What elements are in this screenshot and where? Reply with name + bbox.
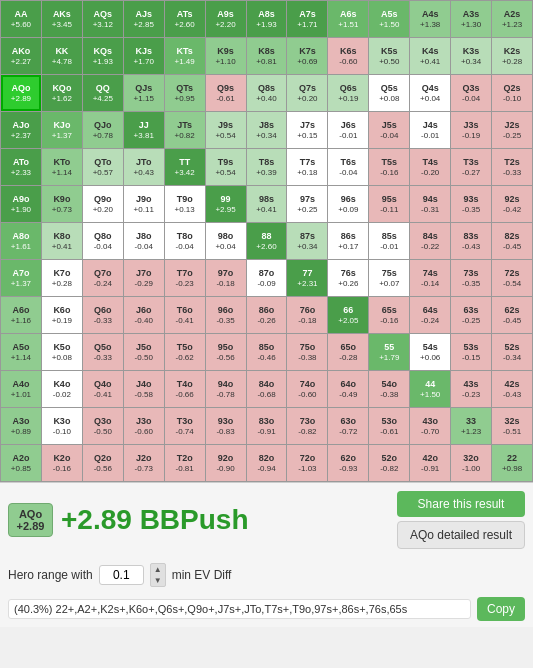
cell-k2s[interactable]: K2s+0.28 [492, 38, 532, 74]
cell-q7s[interactable]: Q7s+0.20 [287, 75, 327, 111]
cell-j2s[interactable]: J2s-0.25 [492, 112, 532, 148]
cell-94o[interactable]: 94o-0.78 [206, 371, 246, 407]
cell-j9o[interactable]: J9o+0.11 [124, 186, 164, 222]
cell-j8s[interactable]: J8s+0.34 [247, 112, 287, 148]
cell-53s[interactable]: 53s-0.15 [451, 334, 491, 370]
cell-73o[interactable]: 73o-0.82 [287, 408, 327, 444]
cell-a7s[interactable]: A7s+1.71 [287, 1, 327, 37]
cell-t3s[interactable]: T3s-0.27 [451, 149, 491, 185]
cell-t5s[interactable]: T5s-0.16 [369, 149, 409, 185]
cell-95s[interactable]: 95s-0.11 [369, 186, 409, 222]
cell-a6o[interactable]: A6o+1.16 [1, 297, 41, 333]
cell-k6o[interactable]: K6o+0.19 [42, 297, 82, 333]
cell-76o[interactable]: 76o-0.18 [287, 297, 327, 333]
cell-75o[interactable]: 75o-0.38 [287, 334, 327, 370]
cell-a9o[interactable]: A9o+1.90 [1, 186, 41, 222]
cell-jto[interactable]: JTo+0.43 [124, 149, 164, 185]
cell-t4s[interactable]: T4s-0.20 [410, 149, 450, 185]
cell-j8o[interactable]: J8o-0.04 [124, 223, 164, 259]
cell-86s[interactable]: 86s+0.17 [328, 223, 368, 259]
cell-kqo[interactable]: KQo+1.62 [42, 75, 82, 111]
cell-84s[interactable]: 84s-0.22 [410, 223, 450, 259]
cell-k4o[interactable]: K4o-0.02 [42, 371, 82, 407]
cell-t6s[interactable]: T6s-0.04 [328, 149, 368, 185]
cell-qto[interactable]: QTo+0.57 [83, 149, 123, 185]
cell-q3o[interactable]: Q3o-0.50 [83, 408, 123, 444]
cell-j4s[interactable]: J4s-0.01 [410, 112, 450, 148]
cell-k8s[interactable]: K8s+0.81 [247, 38, 287, 74]
cell-j5o[interactable]: J5o-0.50 [124, 334, 164, 370]
cell-j7s[interactable]: J7s+0.15 [287, 112, 327, 148]
cell-t9s[interactable]: T9s+0.54 [206, 149, 246, 185]
cell-43o[interactable]: 43o-0.70 [410, 408, 450, 444]
cell-qq[interactable]: QQ+4.25 [83, 75, 123, 111]
cell-k3o[interactable]: K3o-0.10 [42, 408, 82, 444]
cell-32s[interactable]: 32s-0.51 [492, 408, 532, 444]
cell-a4o[interactable]: A4o+1.01 [1, 371, 41, 407]
spin-up-icon[interactable]: ▲ [151, 564, 165, 575]
cell-84o[interactable]: 84o-0.68 [247, 371, 287, 407]
cell-99[interactable]: 99+2.95 [206, 186, 246, 222]
cell-k9o[interactable]: K9o+0.73 [42, 186, 82, 222]
cell-22[interactable]: 22+0.98 [492, 445, 532, 481]
cell-kts[interactable]: KTs+1.49 [165, 38, 205, 74]
cell-kto[interactable]: KTo+1.14 [42, 149, 82, 185]
cell-q2o[interactable]: Q2o-0.56 [83, 445, 123, 481]
cell-t6o[interactable]: T6o-0.41 [165, 297, 205, 333]
cell-a5o[interactable]: A5o+1.14 [1, 334, 41, 370]
cell-92o[interactable]: 92o-0.90 [206, 445, 246, 481]
cell-54o[interactable]: 54o-0.38 [369, 371, 409, 407]
cell-t2o[interactable]: T2o-0.81 [165, 445, 205, 481]
cell-ato[interactable]: ATo+2.33 [1, 149, 41, 185]
share-button[interactable]: Share this result [397, 491, 525, 517]
cell-33[interactable]: 33+1.23 [451, 408, 491, 444]
cell-q9o[interactable]: Q9o+0.20 [83, 186, 123, 222]
cell-tt[interactable]: TT+3.42 [165, 149, 205, 185]
cell-73s[interactable]: 73s-0.35 [451, 260, 491, 296]
cell-a3o[interactable]: A3o+0.89 [1, 408, 41, 444]
cell-55[interactable]: 55+1.79 [369, 334, 409, 370]
cell-97o[interactable]: 97o-0.18 [206, 260, 246, 296]
cell-96s[interactable]: 96s+0.09 [328, 186, 368, 222]
cell-98s[interactable]: 98s+0.41 [247, 186, 287, 222]
cell-q8o[interactable]: Q8o-0.04 [83, 223, 123, 259]
cell-74o[interactable]: 74o-0.60 [287, 371, 327, 407]
cell-k5s[interactable]: K5s+0.50 [369, 38, 409, 74]
cell-64o[interactable]: 64o-0.49 [328, 371, 368, 407]
cell-87o[interactable]: 87o-0.09 [247, 260, 287, 296]
cell-72o[interactable]: 72o-1.03 [287, 445, 327, 481]
cell-76s[interactable]: 76s+0.26 [328, 260, 368, 296]
cell-44[interactable]: 44+1.50 [410, 371, 450, 407]
cell-95o[interactable]: 95o-0.56 [206, 334, 246, 370]
cell-96o[interactable]: 96o-0.35 [206, 297, 246, 333]
cell-aa[interactable]: AA+5.60 [1, 1, 41, 37]
cell-aks[interactable]: AKs+3.45 [42, 1, 82, 37]
cell-92s[interactable]: 92s-0.42 [492, 186, 532, 222]
cell-aqs[interactable]: AQs+3.12 [83, 1, 123, 37]
cell-q2s[interactable]: Q2s-0.10 [492, 75, 532, 111]
spin-buttons[interactable]: ▲ ▼ [150, 563, 166, 587]
cell-q4s[interactable]: Q4s+0.04 [410, 75, 450, 111]
cell-53o[interactable]: 53o-0.61 [369, 408, 409, 444]
cell-86o[interactable]: 86o-0.26 [247, 297, 287, 333]
cell-a2s[interactable]: A2s+1.23 [492, 1, 532, 37]
cell-j5s[interactable]: J5s-0.04 [369, 112, 409, 148]
cell-ajo[interactable]: AJo+2.37 [1, 112, 41, 148]
cell-q6o[interactable]: Q6o-0.33 [83, 297, 123, 333]
cell-q4o[interactable]: Q4o-0.41 [83, 371, 123, 407]
cell-88[interactable]: 88+2.60 [247, 223, 287, 259]
cell-k4s[interactable]: K4s+0.41 [410, 38, 450, 74]
cell-63s[interactable]: 63s-0.25 [451, 297, 491, 333]
cell-q5s[interactable]: Q5s+0.08 [369, 75, 409, 111]
cell-63o[interactable]: 63o-0.72 [328, 408, 368, 444]
cell-42o[interactable]: 42o-0.91 [410, 445, 450, 481]
cell-a6s[interactable]: A6s+1.51 [328, 1, 368, 37]
cell-a8o[interactable]: A8o+1.61 [1, 223, 41, 259]
cell-62o[interactable]: 62o-0.93 [328, 445, 368, 481]
cell-j6s[interactable]: J6s-0.01 [328, 112, 368, 148]
cell-65o[interactable]: 65o-0.28 [328, 334, 368, 370]
cell-qjo[interactable]: QJo+0.78 [83, 112, 123, 148]
spin-down-icon[interactable]: ▼ [151, 575, 165, 586]
cell-t8s[interactable]: T8s+0.39 [247, 149, 287, 185]
cell-j2o[interactable]: J2o-0.73 [124, 445, 164, 481]
